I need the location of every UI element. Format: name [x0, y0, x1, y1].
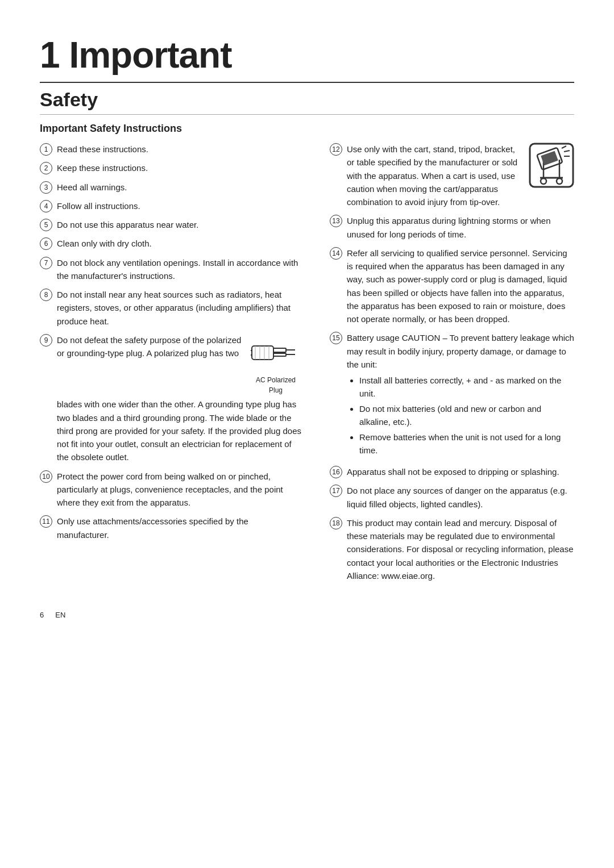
item-number: 14	[330, 247, 342, 260]
item-text: Unplug this apparatus during lightning s…	[347, 214, 574, 241]
item-number: 2	[40, 162, 52, 174]
item-text: Only use attachments/accessories specifi…	[57, 515, 301, 541]
list-item: 14 Refer all servicing to qualified serv…	[330, 247, 574, 326]
item-text: Battery usage CAUTION – To prevent batte…	[347, 331, 574, 371]
svg-point-13	[541, 178, 546, 184]
item-number: 9	[40, 334, 52, 347]
item-text: Use only with the cart, stand, tripod, b…	[347, 143, 574, 208]
item-text: Heed all warnings.	[57, 181, 301, 194]
ac-plug-figure: AC PolarizedPlug	[250, 336, 301, 396]
list-item: 18 This product may contain lead and mer…	[330, 516, 574, 582]
list-item: 10 Protect the power cord from being wal…	[40, 470, 301, 510]
item-text: Do not block any ventilation openings. I…	[57, 256, 301, 283]
content-area: 1 Read these instructions. 2 Keep these …	[40, 143, 574, 588]
item-text: Do not install near any heat sources suc…	[57, 288, 301, 328]
cart-warning-figure	[529, 143, 574, 208]
item-text: Do not place any sources of danger on th…	[347, 484, 574, 511]
item-text: Do not use this apparatus near water.	[57, 218, 301, 231]
item-text-continued: blades with one wider than the other. A …	[57, 398, 301, 464]
item-number: 3	[40, 181, 52, 194]
item-number: 4	[40, 200, 52, 212]
right-column: 12 Use only with the cart, stand, tripod…	[330, 143, 574, 588]
item-number: 16	[330, 466, 342, 478]
item-number: 7	[40, 257, 52, 269]
cart-warning-icon	[529, 143, 574, 188]
page-title: 1 Important	[40, 34, 574, 76]
section-title: Safety	[40, 89, 574, 111]
plug-label: AC PolarizedPlug	[250, 375, 301, 395]
list-item: 7 Do not block any ventilation openings.…	[40, 256, 301, 283]
list-item: 8 Do not install near any heat sources s…	[40, 288, 301, 328]
svg-rect-2	[273, 353, 286, 356]
page-language: EN	[55, 611, 65, 619]
item-text: This product may contain lead and mercur…	[347, 516, 574, 582]
svg-line-19	[562, 146, 566, 148]
item-number: 11	[40, 515, 52, 528]
list-item: 16 Apparatus shall not be exposed to dri…	[330, 465, 574, 478]
item-number: 12	[330, 143, 342, 156]
item-number: 5	[40, 219, 52, 231]
item-number: 8	[40, 289, 52, 301]
divider-thin	[40, 114, 574, 115]
item-number: 1	[40, 143, 52, 156]
list-item-9: 9 Do not defeat the safety purpose of th…	[40, 333, 301, 464]
item-text: Do not defeat the safety purpose of the …	[57, 333, 243, 360]
list-item: 17 Do not place any sources of danger on…	[330, 484, 574, 511]
item-text: Read these instructions.	[57, 143, 301, 156]
item-number: 15	[330, 332, 342, 344]
list-item: 2 Keep these instructions.	[40, 161, 301, 174]
item-text: Follow all instructions.	[57, 199, 301, 212]
page-number: 6	[40, 611, 44, 619]
list-item: Do not mix batteries (old and new or car…	[359, 403, 574, 428]
left-column: 1 Read these instructions. 2 Keep these …	[40, 143, 301, 547]
page-footer: 6 EN	[40, 611, 574, 619]
list-item: 11 Only use attachments/accessories spec…	[40, 515, 301, 541]
svg-rect-1	[273, 348, 286, 352]
list-item: 4 Follow all instructions.	[40, 199, 301, 212]
item-number: 18	[330, 517, 342, 529]
item-number: 10	[40, 470, 52, 483]
list-item: Install all batteries correctly, + and -…	[359, 374, 574, 400]
svg-point-14	[557, 178, 562, 184]
list-item: 12 Use only with the cart, stand, tripod…	[330, 143, 574, 208]
subsection-title: Important Safety Instructions	[40, 123, 574, 135]
divider-thick	[40, 82, 574, 83]
item-text: Clean only with dry cloth.	[57, 237, 301, 250]
list-item: 6 Clean only with dry cloth.	[40, 237, 301, 250]
item-text: Keep these instructions.	[57, 161, 301, 174]
battery-bullet-list: Install all batteries correctly, + and -…	[351, 374, 574, 460]
item-text: Refer all servicing to qualified service…	[347, 247, 574, 326]
list-item: 1 Read these instructions.	[40, 143, 301, 156]
plug-icon	[251, 336, 301, 370]
item-number: 6	[40, 237, 52, 250]
list-item: 3 Heed all warnings.	[40, 181, 301, 194]
list-item: 13 Unplug this apparatus during lightnin…	[330, 214, 574, 241]
list-item: Remove batteries when the unit is not us…	[359, 431, 574, 457]
list-item: 5 Do not use this apparatus near water.	[40, 218, 301, 231]
list-item: 15 Battery usage CAUTION – To prevent ba…	[330, 331, 574, 460]
item-text: Apparatus shall not be exposed to drippi…	[347, 465, 574, 478]
item-text: Protect the power cord from being walked…	[57, 470, 301, 510]
item-number: 13	[330, 215, 342, 227]
item-number: 17	[330, 485, 342, 497]
svg-line-20	[564, 151, 570, 152]
